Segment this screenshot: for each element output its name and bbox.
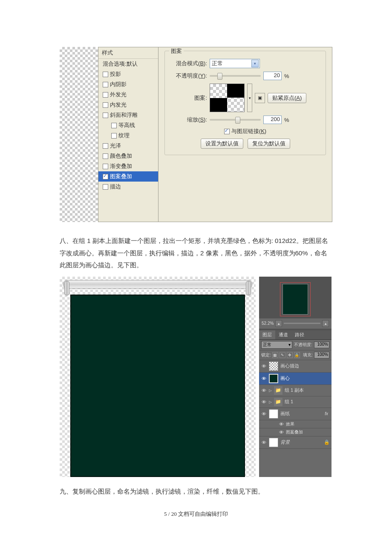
page-footer: 5 / 20 文档可自由编辑打印 xyxy=(60,510,332,518)
fx-pattern-overlay[interactable]: 👁图案叠加 xyxy=(259,428,331,436)
style-item-contour[interactable]: 等高线 xyxy=(98,120,158,130)
eye-icon[interactable]: 👁 xyxy=(261,387,267,393)
checkbox-icon[interactable] xyxy=(103,184,108,190)
blend-mode-select[interactable]: 正常▾ xyxy=(261,341,292,349)
layer-row[interactable]: 👁背景🔒 xyxy=(259,436,331,449)
tab-channels[interactable]: 通道 xyxy=(275,330,291,339)
eye-icon[interactable]: 👁 xyxy=(261,411,267,417)
zoom-in-icon[interactable]: ▴ xyxy=(322,320,329,327)
eye-icon[interactable]: 👁 xyxy=(261,376,267,382)
style-item-inner-shadow[interactable]: 内阴影 xyxy=(98,79,158,90)
layer-thumb xyxy=(269,409,278,419)
navigator-thumb[interactable] xyxy=(283,284,308,314)
folder-icon: 📁 xyxy=(274,386,282,395)
layer-style-dialog: 样式 混合选项:默认 投影 内阴影 外发光 内发光 斜面和浮雕 等高线 纹理 光… xyxy=(60,47,332,222)
lock-label: 锁定: xyxy=(261,352,271,358)
reset-default-button[interactable]: 复位为默认值 xyxy=(248,139,290,149)
style-item-texture[interactable]: 纹理 xyxy=(98,130,158,141)
sidebar-header: 样式 xyxy=(98,47,158,59)
scroll-knob-left xyxy=(64,281,69,295)
style-item-color-overlay[interactable]: 颜色叠加 xyxy=(98,151,158,161)
chevron-down-icon: ▾ xyxy=(288,342,291,347)
checkbox-icon[interactable] xyxy=(111,123,117,128)
eye-icon[interactable]: 👁 xyxy=(278,429,284,435)
link-layer-label: 与图层链接(K) xyxy=(231,127,266,135)
checkbox-icon[interactable] xyxy=(103,164,108,169)
paragraph-8: 八、在组 1 副本上面新建一个图层，拉出一个矩形，并填充墨绿色，色标为: 012… xyxy=(60,235,332,272)
layer-row[interactable]: 👁画纸fx xyxy=(259,408,331,420)
lock-icon: 🔒 xyxy=(324,439,330,445)
blend-mode-select[interactable]: 正常▾ xyxy=(210,59,260,68)
opacity-input[interactable]: 20 xyxy=(263,72,282,80)
zoom-out-icon[interactable]: ▴ xyxy=(275,320,282,327)
checkbox-icon[interactable] xyxy=(111,133,117,139)
checkbox-icon[interactable] xyxy=(103,102,108,108)
slider-thumb[interactable] xyxy=(217,73,222,80)
checkbox-icon[interactable] xyxy=(224,129,230,134)
pattern-dropdown-icon[interactable]: ▾ xyxy=(247,84,252,112)
opacity-label: 不透明度: xyxy=(294,342,312,348)
checkbox-icon[interactable] xyxy=(103,92,108,98)
fx-effects[interactable]: 👁效果 xyxy=(259,420,331,428)
style-item-outer-glow[interactable]: 外发光 xyxy=(98,90,158,100)
tab-layers[interactable]: 图层 xyxy=(259,330,275,339)
style-item-drop-shadow[interactable]: 投影 xyxy=(98,69,158,79)
opacity-value[interactable]: 100% xyxy=(314,341,329,348)
tab-paths[interactable]: 路径 xyxy=(291,330,308,339)
checkbox-icon[interactable] xyxy=(103,113,108,118)
opacity-slider[interactable] xyxy=(210,75,261,77)
layer-row[interactable]: 👁▷📁组 1 副本 xyxy=(259,385,331,396)
blend-options-default[interactable]: 混合选项:默认 xyxy=(98,59,158,69)
scroll-bar-top xyxy=(63,280,252,289)
canvas-preview xyxy=(60,277,256,477)
style-item-gradient-overlay[interactable]: 渐变叠加 xyxy=(98,161,158,171)
checkbox-icon[interactable] xyxy=(103,82,108,87)
right-panel: 52.2% ▴ ▴ 图层 通道 路径 正常▾ 不透明度: 100% 锁定: ▦ … xyxy=(259,277,331,477)
scroll-knob-right xyxy=(246,281,251,295)
lock-all-icon[interactable]: 🔒 xyxy=(294,352,300,358)
style-item-stroke[interactable]: 描边 xyxy=(98,182,158,192)
pattern-overlay-panel: 图案 混合模式(B): 正常▾ 不透明度(Y): 20 % 图案: ▾ ▣ 贴紧… xyxy=(159,47,332,222)
figure-2: 52.2% ▴ ▴ 图层 通道 路径 正常▾ 不透明度: 100% 锁定: ▦ … xyxy=(60,277,332,477)
slider-thumb[interactable] xyxy=(235,117,240,124)
triangle-icon[interactable]: ▷ xyxy=(269,388,272,393)
paragraph-9: 九、复制画心图层，命名为滤镜，执行滤镜，渲染，纤维，数值见下图。 xyxy=(60,486,332,498)
layer-row[interactable]: 👁▷📁组 1 xyxy=(259,396,331,408)
fill-value[interactable]: 100% xyxy=(314,352,329,358)
style-item-bevel-emboss[interactable]: 斜面和浮雕 xyxy=(98,110,158,120)
lock-move-icon[interactable]: ✥ xyxy=(287,352,293,358)
eye-icon[interactable]: 👁 xyxy=(278,421,284,427)
checkbox-icon[interactable] xyxy=(103,153,108,159)
opacity-label: 不透明度(Y): xyxy=(171,72,207,80)
checkbox-icon[interactable] xyxy=(103,72,108,77)
layers-panel: 图层 通道 路径 正常▾ 不透明度: 100% 锁定: ▦ ✎ ✥ 🔒 填充: … xyxy=(259,330,331,477)
style-item-inner-glow[interactable]: 内发光 xyxy=(98,100,158,110)
fill-label: 填充: xyxy=(303,352,313,358)
lock-brush-icon[interactable]: ✎ xyxy=(280,352,285,358)
layer-thumb xyxy=(269,438,278,447)
style-item-pattern-overlay[interactable]: 图案叠加 xyxy=(98,171,158,182)
triangle-icon[interactable]: ▷ xyxy=(269,400,272,404)
set-default-button[interactable]: 设置为默认值 xyxy=(201,139,243,149)
layer-row[interactable]: 👁画心描边 xyxy=(259,360,331,373)
snap-origin-button[interactable]: 贴紧原点(A) xyxy=(268,93,306,103)
pattern-swatch[interactable] xyxy=(210,84,245,112)
folder-icon: 📁 xyxy=(274,398,282,406)
checkbox-icon[interactable] xyxy=(103,174,108,179)
checkbox-icon[interactable] xyxy=(103,143,108,149)
new-preset-button[interactable]: ▣ xyxy=(255,93,265,103)
lock-transparent-icon[interactable]: ▦ xyxy=(272,352,278,358)
layer-row[interactable]: 👁画心 xyxy=(259,373,331,385)
chevron-down-icon[interactable]: ▾ xyxy=(251,60,259,67)
style-item-satin[interactable]: 光泽 xyxy=(98,141,158,151)
pattern-label: 图案: xyxy=(171,94,207,102)
fx-badge[interactable]: fx xyxy=(325,411,328,416)
eye-icon[interactable]: 👁 xyxy=(261,363,267,369)
navigator-panel: 52.2% ▴ ▴ xyxy=(259,277,331,330)
eye-icon[interactable]: 👁 xyxy=(261,399,267,405)
eye-icon[interactable]: 👁 xyxy=(261,439,267,445)
layer-thumb xyxy=(269,374,278,383)
zoom-slider[interactable] xyxy=(284,323,320,324)
scale-slider[interactable] xyxy=(210,119,261,121)
scale-input[interactable]: 200 xyxy=(263,116,282,124)
